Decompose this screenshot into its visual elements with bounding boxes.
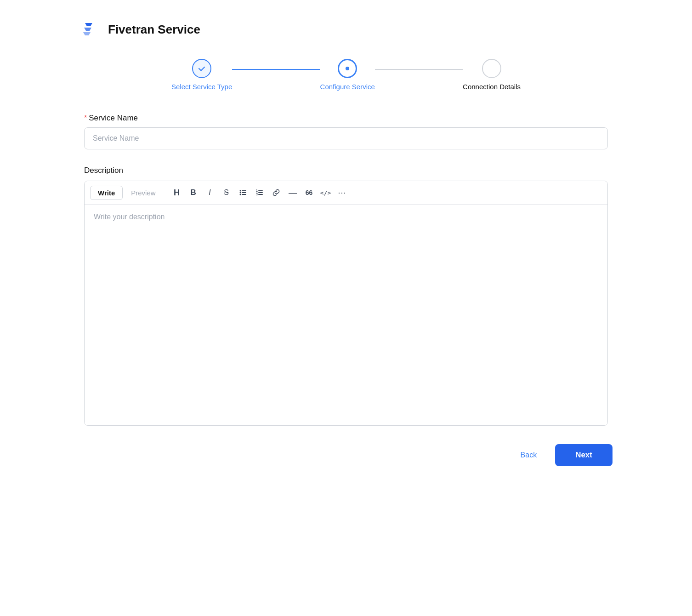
ordered-list-button[interactable]: 1 2 3 <box>252 185 267 200</box>
quote-button[interactable]: 66 <box>301 185 317 200</box>
description-editor: Write Preview H B I S <box>84 181 608 426</box>
description-placeholder: Write your description <box>94 213 164 221</box>
footer: Back Next <box>79 444 613 475</box>
strikethrough-button[interactable]: S <box>219 185 234 200</box>
step-1: Select Service Type <box>171 59 232 91</box>
more-button[interactable]: ··· <box>335 185 350 200</box>
description-label: Description <box>84 166 608 175</box>
heading-button[interactable]: H <box>169 185 185 200</box>
connector-1-2 <box>232 69 320 70</box>
svg-rect-4 <box>242 192 246 193</box>
stepper: Select Service Type Configure Service C <box>79 59 613 91</box>
step-2-circle <box>338 59 357 78</box>
service-name-input[interactable] <box>84 127 608 149</box>
toolbar-divider-1 <box>166 188 166 198</box>
svg-rect-12 <box>258 194 263 195</box>
connector-2-3 <box>375 69 463 70</box>
step-1-label: Select Service Type <box>171 83 232 91</box>
editor-toolbar: Write Preview H B I S <box>85 181 607 205</box>
svg-rect-10 <box>258 192 263 193</box>
svg-point-3 <box>239 192 241 194</box>
svg-rect-6 <box>242 194 246 195</box>
step-1-circle <box>192 59 211 78</box>
tab-write-button[interactable]: Write <box>90 186 123 200</box>
header: Fivetran Service <box>79 18 613 40</box>
svg-rect-2 <box>242 190 246 191</box>
service-name-field-group: * Service Name <box>84 114 608 149</box>
fivetran-logo-icon <box>79 18 102 40</box>
link-button[interactable] <box>268 185 284 200</box>
description-textarea[interactable]: Write your description <box>85 205 607 425</box>
svg-point-0 <box>346 67 349 70</box>
unordered-list-button[interactable] <box>235 185 251 200</box>
step-2: Configure Service <box>320 59 375 91</box>
bold-button[interactable]: B <box>186 185 201 200</box>
description-field-group: Description Write Preview H B I S <box>84 166 608 426</box>
page-title: Fivetran Service <box>108 23 200 37</box>
svg-point-5 <box>239 194 241 195</box>
step-3-circle <box>482 59 501 78</box>
svg-point-1 <box>239 190 241 192</box>
next-button[interactable]: Next <box>555 444 613 466</box>
step-3: Connection Details <box>463 59 521 91</box>
form: * Service Name Description Write Preview… <box>79 114 613 426</box>
code-button[interactable]: </> <box>318 185 334 200</box>
page-container: Fivetran Service Select Service Type <box>79 18 613 475</box>
tab-preview-button[interactable]: Preview <box>124 186 163 200</box>
step-3-label: Connection Details <box>463 83 521 91</box>
required-indicator: * <box>84 114 87 122</box>
svg-text:3: 3 <box>256 193 258 196</box>
svg-rect-8 <box>258 190 263 191</box>
hr-button[interactable]: — <box>285 185 301 200</box>
back-button[interactable]: Back <box>511 445 546 465</box>
service-name-label: * Service Name <box>84 114 608 123</box>
step-2-label: Configure Service <box>320 83 375 91</box>
italic-button[interactable]: I <box>202 185 218 200</box>
